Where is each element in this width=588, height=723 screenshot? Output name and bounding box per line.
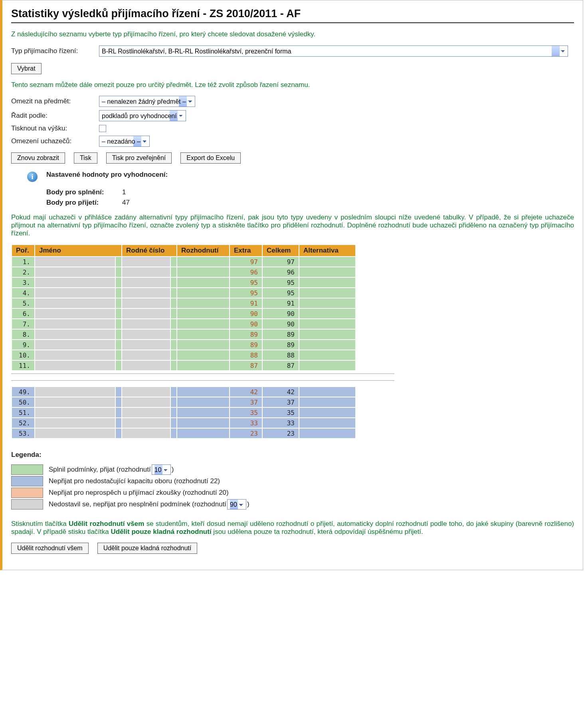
cell-sub1 [116,361,121,370]
cell-extra: 89 [230,340,262,350]
cell-rozh [177,288,229,298]
cell-alt [299,340,355,350]
cell-jmeno [35,278,115,287]
table-row: 7.9090 [12,319,355,329]
cell-alt [299,387,355,397]
cell-rodne [122,408,170,417]
cell-extra: 35 [230,408,262,417]
table-row: 11.8787 [12,361,355,370]
cell-rozh [177,429,229,438]
refresh-button[interactable]: Znovu zobrazit [11,152,65,164]
cell-celkem: 42 [263,387,299,397]
cell-por: 1. [12,257,34,267]
cell-jmeno [35,257,115,267]
cell-celkem: 89 [263,340,299,350]
cell-sub1 [116,288,121,298]
cell-alt [299,418,355,428]
points-accept-label: Body pro přijetí: [46,199,122,207]
th-celkem: Celkem [263,245,299,256]
cell-sub2 [171,350,176,360]
cell-sub2 [171,278,176,287]
cell-por: 7. [12,319,34,329]
grant-positive-button[interactable]: Udělit pouze kladná rozhodnutí [97,543,198,554]
cell-extra: 88 [230,350,262,360]
export-excel-button[interactable]: Export do Excelu [180,152,241,164]
legend-row-failed: Nepřijat pro neprospěch u přijímací zkou… [11,488,574,498]
cell-rodne [122,330,170,339]
print-button[interactable]: Tisk [74,152,97,164]
cell-jmeno [35,418,115,428]
print-portrait-checkbox[interactable] [99,125,106,132]
cell-por: 11. [12,361,34,370]
subject-select[interactable]: – nenalezen žádný předmět – [99,96,195,107]
print-publish-button[interactable]: Tisk pro zveřejnění [106,152,172,164]
table-row: 51.3535 [12,408,355,417]
cell-extra: 87 [230,361,262,370]
applicant-limit-select[interactable]: – nezadáno – [99,136,150,147]
legend-noshow-select[interactable]: 90 [227,499,246,510]
swatch-orange [11,488,43,498]
cell-sub1 [116,257,121,267]
cell-por: 5. [12,298,34,308]
legend-accepted-select[interactable]: 10 [152,464,171,475]
table-row: 50.3737 [12,397,355,407]
cell-extra: 23 [230,429,262,438]
cell-sub1 [116,278,121,287]
points-accept-value: 47 [122,199,130,207]
grant-all-button[interactable]: Udělit rozhodnutí všem [11,543,89,554]
table-truncation [11,373,394,381]
cell-sub1 [116,330,121,339]
cell-alt [299,429,355,438]
cell-extra: 95 [230,288,262,298]
sort-label: Řadit podle: [11,112,99,120]
cell-celkem: 90 [263,309,299,318]
cell-rodne [122,309,170,318]
cell-celkem: 97 [263,257,299,267]
cell-sub2 [171,309,176,318]
table-row: 6.9090 [12,309,355,318]
intro-text: Z následujícího seznamu vyberte typ přij… [11,30,574,38]
cell-rodne [122,278,170,287]
cell-por: 10. [12,350,34,360]
table-row: 1.9797 [12,257,355,267]
cell-alt [299,267,355,277]
legend-row-capacity: Nepřijat pro nedostačující kapacitu obor… [11,476,574,486]
table-row: 49.4242 [12,387,355,397]
cell-rodne [122,397,170,407]
cell-sub1 [116,408,121,417]
cell-rozh [177,397,229,407]
select-button[interactable]: Vybrat [11,63,42,74]
cell-jmeno [35,340,115,350]
cell-sub2 [171,288,176,298]
cell-jmeno [35,361,115,370]
info-icon: i [27,172,38,182]
cell-rodne [122,429,170,438]
table-row: 8.8989 [12,330,355,339]
cell-jmeno [35,397,115,407]
cell-por: 50. [12,397,34,407]
cell-por: 52. [12,418,34,428]
cell-alt [299,408,355,417]
cell-rodne [122,361,170,370]
cell-sub1 [116,298,121,308]
alt-note: Pokud mají uchazeči v přihlášce zadány a… [11,213,574,237]
limit-note: Tento seznam můžete dále omezit pouze pr… [11,81,574,89]
table-row: 4.9595 [12,288,355,298]
cell-rozh [177,319,229,329]
cell-celkem: 88 [263,350,299,360]
th-jmeno: Jméno [35,245,121,256]
cell-por: 49. [12,387,34,397]
cell-jmeno [35,288,115,298]
cell-alt [299,330,355,339]
sort-select[interactable]: podkladů pro vyhodnocení [99,110,186,121]
cell-sub2 [171,267,176,277]
cell-extra: 90 [230,309,262,318]
admission-type-select[interactable]: B-RL Rostlinolékařství, B-RL-RL Rostlino… [99,45,568,57]
cell-sub1 [116,429,121,438]
cell-alt [299,350,355,360]
table-row: 10.8888 [12,350,355,360]
cell-alt [299,278,355,287]
swatch-gray [11,499,43,510]
cell-por: 6. [12,309,34,318]
cell-rodne [122,387,170,397]
